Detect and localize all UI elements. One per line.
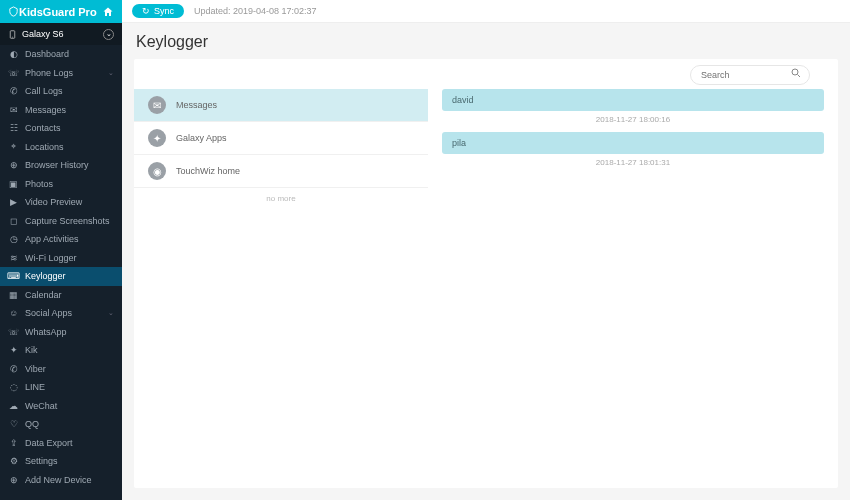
camera-icon: ◻ [8, 215, 19, 226]
nav-line[interactable]: ◌LINE [0, 378, 122, 397]
log-list: david 2018-11-27 18:00:16 pila 2018-11-2… [428, 59, 838, 488]
calendar-icon: ▦ [8, 289, 19, 300]
refresh-icon: ↻ [142, 6, 150, 16]
nav-capture-screenshots[interactable]: ◻Capture Screenshots [0, 212, 122, 231]
gauge-icon: ◐ [8, 49, 19, 60]
video-icon: ▶ [8, 197, 19, 208]
brand-bar[interactable]: KidsGuard Pro [0, 0, 122, 23]
app-list: ✉ Messages ✦ Galaxy Apps ◉ TouchWiz home… [134, 59, 428, 488]
log-timestamp: 2018-11-27 18:00:16 [442, 115, 824, 124]
phone-icon: ☏ [8, 67, 19, 78]
wechat-icon: ☁ [8, 400, 19, 411]
search-row-left [134, 59, 428, 89]
updated-label: Updated: 2019-04-08 17:02:37 [194, 6, 317, 16]
location-icon: ⌖ [8, 141, 19, 152]
no-more-label: no more [134, 188, 428, 209]
phone-icon [8, 30, 17, 39]
qq-icon: ♡ [8, 419, 19, 430]
search-icon[interactable] [790, 67, 802, 79]
nav-social-apps[interactable]: ☺Social Apps⌄ [0, 304, 122, 323]
image-icon: ▣ [8, 178, 19, 189]
nav-kik[interactable]: ✦Kik [0, 341, 122, 360]
search-row [442, 59, 824, 89]
nav-browser-history[interactable]: ⊕Browser History [0, 156, 122, 175]
nav-list: ◐Dashboard ☏Phone Logs⌄ ✆Call Logs ✉Mess… [0, 45, 122, 500]
app-icon: ✦ [148, 129, 166, 147]
svg-point-2 [792, 69, 798, 75]
app-item-messages[interactable]: ✉ Messages [134, 89, 428, 122]
nav-whatsapp[interactable]: ☏WhatsApp [0, 323, 122, 342]
nav-settings[interactable]: ⚙Settings [0, 452, 122, 471]
nav-contacts[interactable]: ☷Contacts [0, 119, 122, 138]
chat-icon: ✉ [8, 104, 19, 115]
nav-messages[interactable]: ✉Messages [0, 101, 122, 120]
log-entry[interactable]: david [442, 89, 824, 111]
kik-icon: ✦ [8, 345, 19, 356]
nav-app-activities[interactable]: ◷App Activities [0, 230, 122, 249]
content-panel: ✉ Messages ✦ Galaxy Apps ◉ TouchWiz home… [134, 59, 838, 488]
nav-calendar[interactable]: ▦Calendar [0, 286, 122, 305]
nav-viber[interactable]: ✆Viber [0, 360, 122, 379]
line-icon: ◌ [8, 382, 19, 393]
main: ↻ Sync Updated: 2019-04-08 17:02:37 Keyl… [122, 0, 850, 500]
whatsapp-icon: ☏ [8, 326, 19, 337]
nav-call-logs[interactable]: ✆Call Logs [0, 82, 122, 101]
nav-wechat[interactable]: ☁WeChat [0, 397, 122, 416]
app-item-touchwiz[interactable]: ◉ TouchWiz home [134, 155, 428, 188]
device-selector[interactable]: Galaxy S6 ⌄ [0, 23, 122, 45]
topbar: ↻ Sync Updated: 2019-04-08 17:02:37 [122, 0, 850, 23]
app-icon: ✉ [148, 96, 166, 114]
device-name: Galaxy S6 [22, 29, 64, 39]
viber-icon: ✆ [8, 363, 19, 374]
app-icon: ◉ [148, 162, 166, 180]
nav-phone-logs[interactable]: ☏Phone Logs⌄ [0, 64, 122, 83]
brand-name: KidsGuard Pro [19, 6, 97, 18]
call-icon: ✆ [8, 86, 19, 97]
chevron-down-icon: ⌄ [108, 309, 114, 317]
nav-wifi-logger[interactable]: ≋Wi-Fi Logger [0, 249, 122, 268]
log-entry[interactable]: pila [442, 132, 824, 154]
nav-data-export[interactable]: ⇪Data Export [0, 434, 122, 453]
sync-button[interactable]: ↻ Sync [132, 4, 184, 18]
wifi-icon: ≋ [8, 252, 19, 263]
chat-icon: ☺ [8, 308, 19, 319]
nav-add-new-device[interactable]: ⊕Add New Device [0, 471, 122, 490]
nav-dashboard[interactable]: ◐Dashboard [0, 45, 122, 64]
nav-locations[interactable]: ⌖Locations [0, 138, 122, 157]
plus-icon: ⊕ [8, 474, 19, 485]
app-item-galaxy-apps[interactable]: ✦ Galaxy Apps [134, 122, 428, 155]
home-icon[interactable] [102, 6, 114, 18]
sidebar: KidsGuard Pro Galaxy S6 ⌄ ◐Dashboard ☏Ph… [0, 0, 122, 500]
nav-keylogger[interactable]: ⌨Keylogger [0, 267, 122, 286]
contacts-icon: ☷ [8, 123, 19, 134]
nav-video-preview[interactable]: ▶Video Preview [0, 193, 122, 212]
chevron-down-icon: ⌄ [103, 29, 114, 40]
nav-qq[interactable]: ♡QQ [0, 415, 122, 434]
globe-icon: ⊕ [8, 160, 19, 171]
keyboard-icon: ⌨ [8, 271, 19, 282]
svg-line-3 [798, 74, 801, 77]
shield-icon [8, 6, 19, 17]
gear-icon: ⚙ [8, 456, 19, 467]
export-icon: ⇪ [8, 437, 19, 448]
apps-icon: ◷ [8, 234, 19, 245]
nav-photos[interactable]: ▣Photos [0, 175, 122, 194]
page-title: Keylogger [122, 23, 850, 59]
log-timestamp: 2018-11-27 18:01:31 [442, 158, 824, 167]
chevron-down-icon: ⌄ [108, 69, 114, 77]
